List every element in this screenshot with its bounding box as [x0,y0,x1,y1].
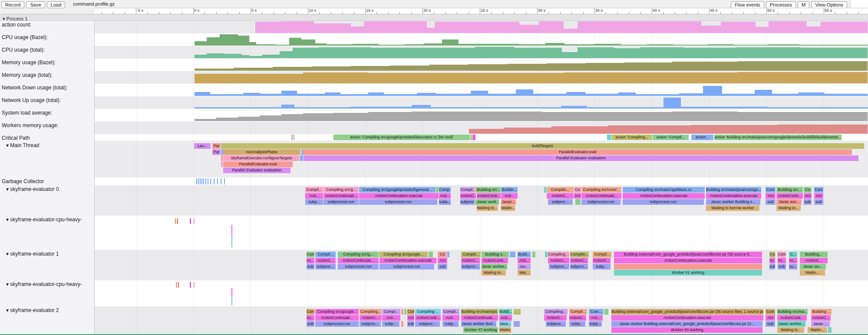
critical-path-bar[interactable]: action 'Compiling src/google/protobuf/de… [333,135,470,140]
evaluator2-rowA-bar[interactable]: Compil... [569,309,587,315]
evaluator0-rowA-bar[interactable]: Compiling src/main/cpp/blaze.cc [623,187,705,193]
evaluator0-rowB-bar[interactable]: Act [574,193,581,199]
evaluator0-rowC-bar[interactable]: Javac wor... [776,199,802,205]
row-skyframe-evaluator-2[interactable]: ▾ skyframe-evaluator 2 [6,307,59,313]
evaluator2-rowC-bar[interactable] [514,321,520,327]
evaluator2-rowA-bar[interactable] [401,309,403,315]
evaluator0-rowD-bar[interactable]: Waiting to... [477,205,498,211]
evaluator1-rowA-bar[interactable]: Build... [518,252,531,257]
evaluator1-rowC-bar[interactable]: subproc... [570,264,588,269]
evaluator1-rowA-bar[interactable]: Compil... [315,252,336,257]
evaluator2-rowA-bar[interactable]: Building src/ma... [777,309,808,315]
evaluator1-rowB-bar[interactable]: Ac... [769,258,775,263]
evaluator0-rowA-bar[interactable]: Compilin... [547,187,574,193]
main-thread-r3-bar[interactable] [300,155,303,161]
evaluator2-rowA-bar[interactable]: Compiling src/google... [315,309,359,315]
evaluator1-rowA-bar[interactable] [510,252,515,257]
evaluator0-rowA-bar[interactable]: Com [766,187,776,193]
evaluator2-rowD-bar[interactable]: Worker #3 working [611,327,762,333]
record-button[interactable]: Record [1,1,24,8]
critical-path-bar[interactable] [291,135,293,140]
view-options-button[interactable]: View Options [811,1,847,8]
evaluator2-rowB-bar[interactable]: Ac... [307,315,314,321]
evaluator0-rowA-bar[interactable]: Compil... [460,187,475,193]
main-thread-r1-bar[interactable]: Par [212,143,221,149]
process-header[interactable]: ▾ Process 1 [0,14,868,21]
evaluator2-rowC-bar[interactable]: Javac worker Building external/com_googl… [611,321,762,327]
evaluator1-rowA-bar[interactable]: Compilin... [570,252,589,257]
evaluator2-rowB-bar[interactable]: Acti... [499,315,512,321]
main-thread-r3-bar[interactable] [221,155,223,161]
evaluator0-rowA-bar[interactable]: Buildin... [501,187,518,193]
evaluator2-rowB-bar[interactable]: ActionContinuati... [315,315,359,321]
evaluator0-rowB-bar[interactable]: ActionConti... [477,193,501,199]
evaluator2-rowA-bar[interactable]: Com [766,309,775,315]
m-button[interactable]: M [798,1,809,8]
evaluator1-rowC-bar[interactable]: Jav... [518,264,531,269]
cpuheavy-b-marks-bar[interactable] [176,282,177,288]
evaluator1-rowC-bar[interactable]: subproc... [461,264,480,269]
evaluator2-rowC-bar[interactable]: subproc... [360,321,381,327]
main-thread-r1-bar[interactable]: Lau... [194,143,211,149]
evaluator2-rowB-bar[interactable]: ActionC... [811,315,831,321]
evaluator1-rowD-bar[interactable]: Wai... [518,270,531,276]
main-thread-r3-bar[interactable]: Parallel Evaluator evaluation [304,155,858,161]
evaluator1-rowA-bar[interactable]: Compili... [461,252,481,257]
evaluator1-rowC-bar[interactable]: subp... [593,264,611,269]
evaluator2-rowA-bar[interactable]: Buildi... [499,309,512,315]
evaluator1-rowC-bar[interactable]: sub [307,264,314,269]
evaluator0-rowB-bar[interactable]: ActionContinuation.execute [359,193,439,199]
critical-path-bar[interactable] [472,135,475,140]
processes-button[interactable]: Processes [766,1,796,8]
save-button[interactable]: Save [26,1,45,8]
evaluator2-rowC-bar[interactable]: Javac worker... [777,321,805,327]
evaluator1-rowA-bar[interactable] [447,252,449,257]
evaluator1-rowB-bar[interactable]: ActionC... [593,258,611,263]
evaluator1-rowC-bar[interactable]: sub [438,264,447,269]
evaluator0-rowB-bar[interactable]: ActionConti... [776,193,803,199]
main-thread-r2-bar[interactable]: runAnalysisPhase [223,149,300,155]
evaluator0-rowB-bar[interactable]: Acti... [501,193,518,199]
evaluator1-rowB-bar[interactable]: Ac... [789,258,797,263]
evaluator2-rowD-bar[interactable] [828,327,832,333]
evaluator1-rowC-bar[interactable]: sub [778,264,786,269]
evaluator0-rowA-bar[interactable]: Compiling src/core/... [581,187,621,193]
evaluator2-rowD-bar[interactable]: Worker #7 working [463,327,498,333]
evaluator1-rowA-bar[interactable]: Com [769,252,775,257]
critical-path-bar[interactable]: action 'Building src/main/java/com/googl… [714,135,842,140]
evaluator1-rowB-bar[interactable]: ActionContinuation.execute [614,258,762,263]
evaluator2-rowA-bar[interactable]: Compi... [382,309,400,315]
evaluator2-rowB-bar[interactable]: ActionContinuation.execute [611,315,763,321]
row-skyframe-cpu-heavy-a[interactable]: ▾ skyframe-evaluator-cpu-heavy- [6,217,82,223]
evaluator0-rowA-bar[interactable]: Building src... [776,187,803,193]
evaluator0-rowD-bar[interactable]: Waiting to borrow worker [706,205,759,211]
evaluator1-rowB-bar[interactable]: ActionContinuati... [338,258,379,263]
evaluator2-rowA-bar[interactable] [514,309,521,315]
evaluator1-rowA-bar[interactable] [532,252,535,257]
evaluator1-rowB-bar[interactable]: Ac... [778,258,786,263]
evaluator1-rowB-bar[interactable]: Ac... [307,258,314,263]
evaluator2-rowA-bar[interactable]: Com [407,309,414,315]
evaluator2-rowC-bar[interactable]: sub [307,321,314,327]
evaluator2-rowB-bar[interactable]: ActionConti... [415,315,441,321]
evaluator2-rowC-bar[interactable]: Javac worker Buil... [461,321,496,327]
cpuheavy-a-line3-bar[interactable] [231,240,232,247]
evaluator1-rowB-bar[interactable]: Act [438,258,447,263]
evaluator1-rowA-bar[interactable]: Building external/com_google_protobuf/ja… [614,252,762,257]
evaluator0-rowB-bar[interactable]: Acti... [305,193,323,199]
evaluator1-rowC-bar[interactable]: sub [769,264,775,269]
evaluator1-rowD-bar[interactable]: Waitin... [800,270,825,276]
main-thread-r2-bar[interactable]: ParallelEvaluator.eval [303,149,852,155]
evaluator2-rowB-bar[interactable]: Acti... [382,315,400,321]
evaluator2-rowA-bar[interactable]: Com... [589,309,604,315]
cpuheavy-a-marks-bar[interactable] [190,218,191,224]
evaluator2-rowB-bar[interactable]: ActionConti... [777,315,807,321]
evaluator2-rowD-bar[interactable]: Waitin... [499,327,511,333]
main-thread-r4-bar[interactable] [221,161,223,167]
main-thread-r3-bar[interactable]: skyframeExecutor.configureTargets [223,155,300,161]
evaluator1-rowC-bar[interactable]: subprocess.run [338,264,379,269]
cpuheavy-a-line1-bar[interactable] [231,225,232,233]
cpuheavy-b-line1-bar[interactable] [231,288,232,296]
evaluator1-rowA-bar[interactable]: Co [438,252,447,257]
evaluator2-rowB-bar[interactable]: ActionC... [360,315,382,321]
